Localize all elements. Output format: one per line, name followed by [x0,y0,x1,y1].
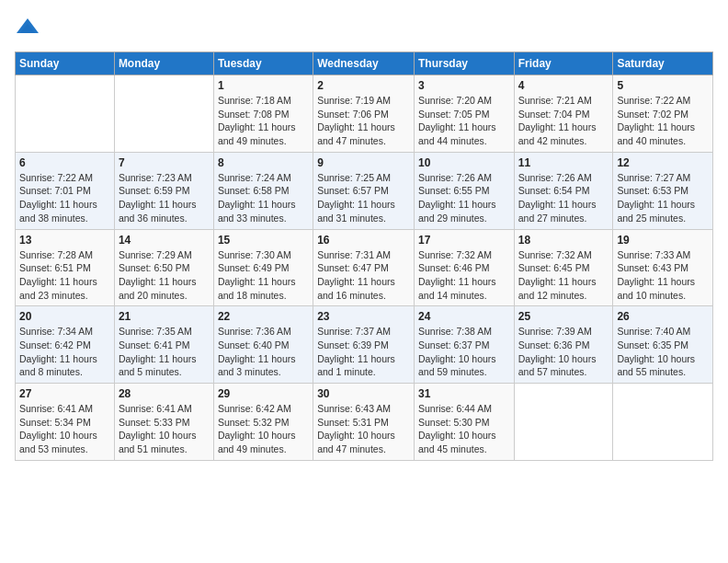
calendar-cell: 13Sunrise: 7:28 AMSunset: 6:51 PMDayligh… [16,229,115,306]
logo [15,15,44,40]
day-number: 23 [317,310,410,323]
day-number: 7 [119,156,210,169]
calendar-cell: 8Sunrise: 7:24 AMSunset: 6:58 PMDaylight… [213,152,313,229]
day-detail: Sunrise: 7:32 AMSunset: 6:46 PMDaylight:… [418,248,510,303]
day-number: 9 [317,156,410,169]
day-detail: Sunrise: 7:20 AMSunset: 7:05 PMDaylight:… [418,94,510,148]
day-detail: Sunrise: 7:40 AMSunset: 6:35 PMDaylight:… [617,325,709,379]
day-number: 18 [518,234,609,247]
day-detail: Sunrise: 6:44 AMSunset: 5:30 PMDaylight:… [418,402,510,456]
day-number: 11 [518,156,609,169]
header-sunday: Sunday [16,52,115,75]
day-detail: Sunrise: 6:41 AMSunset: 5:34 PMDaylight:… [19,402,110,456]
day-detail: Sunrise: 7:31 AMSunset: 6:47 PMDaylight:… [317,248,410,303]
day-number: 5 [617,79,709,92]
calendar-cell: 27Sunrise: 6:41 AMSunset: 5:34 PMDayligh… [16,384,115,461]
calendar-cell: 11Sunrise: 7:26 AMSunset: 6:54 PMDayligh… [514,152,613,229]
day-detail: Sunrise: 7:30 AMSunset: 6:49 PMDaylight:… [218,248,309,303]
calendar-cell: 15Sunrise: 7:30 AMSunset: 6:49 PMDayligh… [213,229,313,306]
page-header [15,15,713,40]
day-number: 24 [418,310,510,323]
calendar-cell: 21Sunrise: 7:35 AMSunset: 6:41 PMDayligh… [114,306,213,384]
day-number: 12 [617,156,709,169]
calendar-cell: 12Sunrise: 7:27 AMSunset: 6:53 PMDayligh… [613,152,713,229]
day-number: 8 [218,156,309,169]
day-number: 17 [418,234,510,247]
calendar-cell: 5Sunrise: 7:22 AMSunset: 7:02 PMDaylight… [613,75,713,153]
day-detail: Sunrise: 6:41 AMSunset: 5:33 PMDaylight:… [119,402,210,456]
day-detail: Sunrise: 7:18 AMSunset: 7:08 PMDaylight:… [218,94,309,148]
calendar-week-row: 1Sunrise: 7:18 AMSunset: 7:08 PMDaylight… [16,75,713,153]
day-detail: Sunrise: 7:29 AMSunset: 6:50 PMDaylight:… [119,248,210,303]
day-number: 22 [218,310,309,323]
day-number: 4 [518,79,609,92]
day-number: 14 [119,234,210,247]
day-detail: Sunrise: 7:26 AMSunset: 6:55 PMDaylight:… [418,171,510,225]
day-detail: Sunrise: 7:22 AMSunset: 7:02 PMDaylight:… [617,94,709,148]
day-detail: Sunrise: 7:27 AMSunset: 6:53 PMDaylight:… [617,171,709,225]
day-detail: Sunrise: 7:26 AMSunset: 6:54 PMDaylight:… [518,171,609,225]
calendar-cell: 26Sunrise: 7:40 AMSunset: 6:35 PMDayligh… [613,306,713,384]
calendar-cell: 25Sunrise: 7:39 AMSunset: 6:36 PMDayligh… [514,306,613,384]
calendar-cell [16,75,115,153]
day-number: 27 [19,387,110,400]
calendar-week-row: 27Sunrise: 6:41 AMSunset: 5:34 PMDayligh… [16,384,713,461]
calendar-cell [613,384,713,461]
day-detail: Sunrise: 7:23 AMSunset: 6:59 PMDaylight:… [119,171,210,225]
header-friday: Friday [514,52,613,75]
calendar-cell: 19Sunrise: 7:33 AMSunset: 6:43 PMDayligh… [613,229,713,306]
calendar-cell: 17Sunrise: 7:32 AMSunset: 6:46 PMDayligh… [414,229,514,306]
calendar-cell: 29Sunrise: 6:42 AMSunset: 5:32 PMDayligh… [213,384,313,461]
calendar-cell: 4Sunrise: 7:21 AMSunset: 7:04 PMDaylight… [514,75,613,153]
day-number: 26 [617,310,709,323]
day-number: 10 [418,156,510,169]
day-detail: Sunrise: 7:19 AMSunset: 7:06 PMDaylight:… [317,94,410,148]
calendar-table: SundayMondayTuesdayWednesdayThursdayFrid… [15,52,713,461]
day-detail: Sunrise: 6:43 AMSunset: 5:31 PMDaylight:… [317,402,410,456]
calendar-cell: 18Sunrise: 7:32 AMSunset: 6:45 PMDayligh… [514,229,613,306]
day-number: 1 [218,79,309,92]
day-number: 2 [317,79,410,92]
calendar-cell [114,75,213,153]
logo-icon [15,15,40,40]
day-detail: Sunrise: 7:36 AMSunset: 6:40 PMDaylight:… [218,325,309,379]
day-detail: Sunrise: 7:25 AMSunset: 6:57 PMDaylight:… [317,171,410,225]
calendar-cell [514,384,613,461]
day-number: 3 [418,79,510,92]
calendar-cell: 20Sunrise: 7:34 AMSunset: 6:42 PMDayligh… [16,306,115,384]
day-detail: Sunrise: 7:21 AMSunset: 7:04 PMDaylight:… [518,94,609,148]
day-number: 21 [119,310,210,323]
calendar-week-row: 13Sunrise: 7:28 AMSunset: 6:51 PMDayligh… [16,229,713,306]
header-saturday: Saturday [613,52,713,75]
day-number: 13 [19,234,110,247]
day-detail: Sunrise: 7:34 AMSunset: 6:42 PMDaylight:… [19,325,110,379]
header-monday: Monday [114,52,213,75]
calendar-cell: 9Sunrise: 7:25 AMSunset: 6:57 PMDaylight… [313,152,415,229]
day-number: 16 [317,234,410,247]
calendar-cell: 2Sunrise: 7:19 AMSunset: 7:06 PMDaylight… [313,75,415,153]
day-number: 19 [617,234,709,247]
calendar-cell: 23Sunrise: 7:37 AMSunset: 6:39 PMDayligh… [313,306,415,384]
day-number: 6 [19,156,110,169]
day-number: 20 [19,310,110,323]
calendar-cell: 6Sunrise: 7:22 AMSunset: 7:01 PMDaylight… [16,152,115,229]
day-detail: Sunrise: 7:38 AMSunset: 6:37 PMDaylight:… [418,325,510,379]
calendar-week-row: 6Sunrise: 7:22 AMSunset: 7:01 PMDaylight… [16,152,713,229]
calendar-cell: 31Sunrise: 6:44 AMSunset: 5:30 PMDayligh… [414,384,514,461]
day-number: 29 [218,387,309,400]
header-thursday: Thursday [414,52,514,75]
header-wednesday: Wednesday [313,52,415,75]
calendar-cell: 22Sunrise: 7:36 AMSunset: 6:40 PMDayligh… [213,306,313,384]
day-detail: Sunrise: 7:28 AMSunset: 6:51 PMDaylight:… [19,248,110,303]
day-number: 31 [418,387,510,400]
day-detail: Sunrise: 6:42 AMSunset: 5:32 PMDaylight:… [218,402,309,456]
calendar-cell: 3Sunrise: 7:20 AMSunset: 7:05 PMDaylight… [414,75,514,153]
calendar-cell: 16Sunrise: 7:31 AMSunset: 6:47 PMDayligh… [313,229,415,306]
calendar-cell: 10Sunrise: 7:26 AMSunset: 6:55 PMDayligh… [414,152,514,229]
calendar-cell: 1Sunrise: 7:18 AMSunset: 7:08 PMDaylight… [213,75,313,153]
day-detail: Sunrise: 7:24 AMSunset: 6:58 PMDaylight:… [218,171,309,225]
day-detail: Sunrise: 7:32 AMSunset: 6:45 PMDaylight:… [518,248,609,303]
header-tuesday: Tuesday [213,52,313,75]
day-number: 25 [518,310,609,323]
day-detail: Sunrise: 7:35 AMSunset: 6:41 PMDaylight:… [119,325,210,379]
